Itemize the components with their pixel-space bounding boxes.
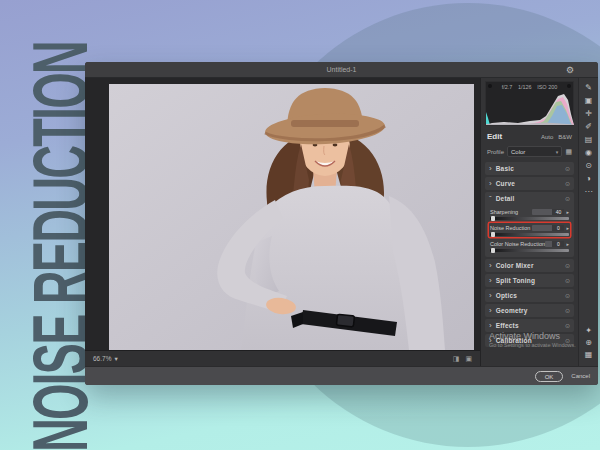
exif-aperture: f/2.7 <box>502 84 513 90</box>
exif-shutter: 1/126 <box>518 84 532 90</box>
histogram[interactable]: f/2.7 1/126 ISO 200 <box>485 81 574 126</box>
visibility-eye-icon[interactable]: ⊙ <box>565 262 570 269</box>
panel-sections-top: ›Basic⊙›Curve⊙ <box>481 162 578 190</box>
slider-handle[interactable] <box>491 248 495 253</box>
slider-row-top: Sharpening40▸ <box>490 208 569 215</box>
eye-tool-icon[interactable]: ⊙ <box>585 160 592 173</box>
preview-canvas[interactable] <box>85 78 480 350</box>
slider-label: Noise Reduction <box>490 225 530 231</box>
exif-readout: f/2.7 1/126 ISO 200 <box>486 84 573 90</box>
panel-section-curve[interactable]: ›Curve⊙ <box>485 177 574 190</box>
chevron-right-icon: › <box>489 162 492 175</box>
paint-overlay-icon[interactable]: ✦ <box>585 325 592 337</box>
slider-value[interactable]: 0 <box>552 225 564 231</box>
fit-view-icon[interactable]: ▣ <box>465 355 472 363</box>
detail-section-label: Detail <box>496 195 515 202</box>
slider-track[interactable] <box>490 249 569 252</box>
detail-section: ˇ Detail ⊙ Sharpening40▸Noise Reduction0… <box>485 192 574 257</box>
chevron-right-icon: › <box>489 319 492 332</box>
slider-row-top: Noise Reduction0▸ <box>490 224 569 231</box>
panel-section-basic[interactable]: ›Basic⊙ <box>485 162 574 175</box>
histogram-graph <box>486 92 574 125</box>
slider-handle[interactable] <box>491 232 495 237</box>
zoom-level-dropdown[interactable]: 66.7% ▾ <box>93 355 118 363</box>
filmstrip-icon[interactable]: ▦ <box>585 349 593 361</box>
visibility-eye-icon[interactable]: ⊙ <box>565 337 570 344</box>
slider-noise-reduction[interactable]: Noise Reduction0▸ <box>489 223 570 237</box>
page-background: NOISE REDUCTION Untitled-1 ⚙ <box>0 0 600 450</box>
panel-section-color-mixer[interactable]: ›Color Mixer⊙ <box>485 259 574 272</box>
section-label: Calibration <box>496 337 532 344</box>
panel-section-geometry[interactable]: ›Geometry⊙ <box>485 304 574 317</box>
cancel-button[interactable]: Cancel <box>571 373 590 379</box>
more-options-icon[interactable]: ⋯ <box>585 186 593 199</box>
slider-value[interactable]: 40 <box>552 209 564 215</box>
slider-value-track[interactable]: 0 <box>532 225 564 231</box>
edit-pencil-icon[interactable]: ✎ <box>585 82 592 95</box>
slider-color-noise-reduction[interactable]: Color Noise Reduction0▸ <box>489 239 570 253</box>
dialog-title: Untitled-1 <box>327 66 357 73</box>
section-label: Effects <box>496 322 519 329</box>
profile-browser-icon[interactable]: ▦ <box>565 148 572 156</box>
chevron-right-icon: › <box>489 334 492 347</box>
brush-tool-icon[interactable]: ✐ <box>585 121 592 134</box>
visibility-eye-icon[interactable]: ⊙ <box>565 195 570 202</box>
slider-row-top: Color Noise Reduction0▸ <box>490 240 569 247</box>
slider-track[interactable] <box>490 233 569 236</box>
chevron-right-icon: › <box>489 289 492 302</box>
slider-value-track[interactable]: 0 <box>545 241 564 247</box>
visibility-eye-icon[interactable]: ⊙ <box>565 292 570 299</box>
zoom-tool-icon[interactable]: ⊕ <box>585 337 592 349</box>
slider-sharpening[interactable]: Sharpening40▸ <box>489 207 570 221</box>
chevron-right-icon: › <box>489 304 492 317</box>
bw-button[interactable]: B&W <box>558 134 572 140</box>
panel-sections-bottom: ›Color Mixer⊙›Split Toning⊙›Optics⊙›Geom… <box>481 259 578 347</box>
visibility-eye-icon[interactable]: ⊙ <box>565 165 570 172</box>
visibility-eye-icon[interactable]: ⊙ <box>565 307 570 314</box>
settings-gear-icon[interactable]: ⚙ <box>566 62 574 78</box>
panel-section-optics[interactable]: ›Optics⊙ <box>485 289 574 302</box>
section-label: Optics <box>496 292 517 299</box>
dialog-footer: OK Cancel <box>85 366 598 385</box>
panels-toggle-icon[interactable]: ▤ <box>585 134 593 147</box>
stepper-arrow-icon[interactable]: ▸ <box>566 225 569 231</box>
auto-button[interactable]: Auto <box>541 134 553 140</box>
slider-value-track[interactable]: 40 <box>532 209 564 215</box>
visibility-eye-icon[interactable]: ⊙ <box>565 322 570 329</box>
stepper-arrow-icon[interactable]: ▸ <box>566 209 569 215</box>
right-toolbar: ✎▣✛✐▤◉⊙◑⋯✦⊕▦ <box>578 78 598 366</box>
edit-panel: f/2.7 1/126 ISO 200 Edit Auto B&W <box>480 78 578 366</box>
detail-section-header[interactable]: ˇ Detail ⊙ <box>489 192 570 205</box>
chevron-down-icon: ▾ <box>556 149 559 155</box>
dialog-titlebar[interactable]: Untitled-1 ⚙ <box>85 62 598 78</box>
slider-label: Color Noise Reduction <box>490 241 545 247</box>
exif-iso: ISO 200 <box>537 84 557 90</box>
stepper-arrow-icon[interactable]: ▸ <box>566 241 569 247</box>
chevron-right-icon: › <box>489 177 492 190</box>
ok-button[interactable]: OK <box>535 371 563 382</box>
crop-tool-icon[interactable]: ▣ <box>585 95 593 108</box>
slider-value[interactable]: 0 <box>552 241 564 247</box>
panel-section-calibration[interactable]: ›Calibration⊙ <box>485 334 574 347</box>
panel-section-effects[interactable]: ›Effects⊙ <box>485 319 574 332</box>
edit-panel-title: Edit <box>487 132 502 141</box>
slider-track[interactable] <box>490 217 569 220</box>
slider-handle[interactable] <box>491 216 495 221</box>
zoom-level-value: 66.7% <box>93 355 111 362</box>
chevron-right-icon: › <box>489 274 492 287</box>
profile-value: Color <box>511 149 525 155</box>
profile-dropdown[interactable]: Color ▾ <box>507 146 562 157</box>
section-label: Split Toning <box>496 277 535 284</box>
panel-section-split-toning[interactable]: ›Split Toning⊙ <box>485 274 574 287</box>
red-eye-tool-icon[interactable]: ◉ <box>585 147 592 160</box>
section-label: Basic <box>496 165 514 172</box>
visibility-eye-icon[interactable]: ⊙ <box>565 180 570 187</box>
visibility-eye-icon[interactable]: ⊙ <box>565 277 570 284</box>
before-after-toggle-icon[interactable]: ◨ <box>453 355 460 363</box>
chevron-down-icon: ▾ <box>114 355 117 363</box>
section-label: Curve <box>496 180 515 187</box>
presets-icon[interactable]: ◑ <box>586 173 591 186</box>
detail-sliders: Sharpening40▸Noise Reduction0▸Color Nois… <box>489 207 570 253</box>
heal-tool-icon[interactable]: ✛ <box>585 108 592 121</box>
photo-preview <box>109 84 474 350</box>
